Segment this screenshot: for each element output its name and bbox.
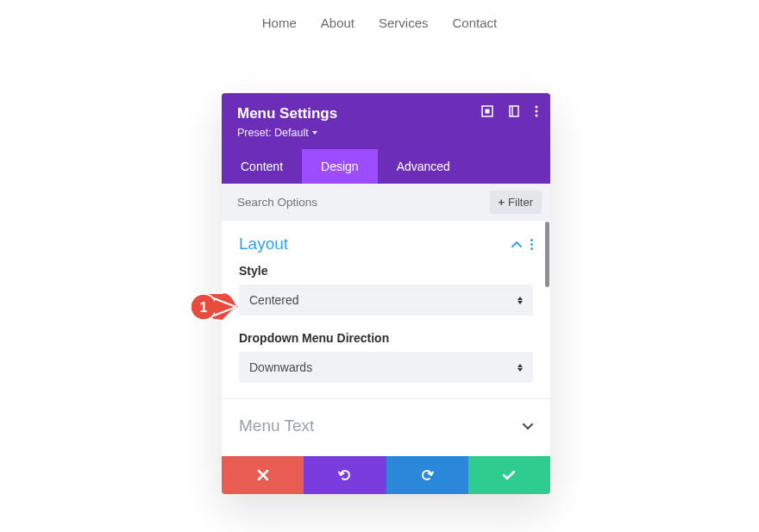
- svg-rect-1: [486, 110, 490, 114]
- panel-body: Layout Style Centered Dropdown Menu Dire…: [222, 221, 550, 456]
- preset-dropdown[interactable]: Preset: Default: [237, 127, 535, 139]
- action-bar: [222, 456, 550, 494]
- tab-content[interactable]: Content: [222, 149, 302, 184]
- menu-text-title: Menu Text: [239, 416, 314, 435]
- tab-advanced[interactable]: Advanced: [378, 149, 469, 184]
- preset-label: Preset: Default: [237, 127, 309, 139]
- tab-design[interactable]: Design: [302, 149, 378, 184]
- chevron-down-icon: [523, 418, 533, 434]
- tabs: Content Design Advanced: [222, 149, 550, 184]
- save-button[interactable]: [468, 456, 550, 494]
- layout-section: Layout Style Centered Dropdown Menu Dire…: [222, 221, 550, 398]
- svg-point-7: [191, 294, 216, 320]
- nav-about[interactable]: About: [321, 16, 354, 30]
- search-input[interactable]: [230, 192, 490, 212]
- search-row: + Filter: [222, 184, 550, 221]
- undo-icon: [338, 468, 352, 482]
- direction-label: Dropdown Menu Direction: [239, 331, 533, 345]
- expand-icon[interactable]: [481, 105, 493, 117]
- layout-header[interactable]: Layout: [239, 235, 533, 253]
- direction-select[interactable]: Downwards: [239, 352, 533, 383]
- panel-header: Menu Settings Preset: Default: [222, 93, 550, 149]
- layout-controls: [511, 236, 533, 252]
- svg-point-5: [536, 110, 538, 113]
- undo-button[interactable]: [304, 456, 386, 494]
- nav-services[interactable]: Services: [379, 16, 429, 30]
- settings-panel: Menu Settings Preset: Default Content De…: [222, 93, 550, 494]
- style-select[interactable]: Centered: [239, 285, 533, 316]
- filter-button[interactable]: + Filter: [490, 191, 542, 214]
- plus-icon: +: [499, 196, 505, 209]
- nav-contact[interactable]: Contact: [453, 16, 498, 30]
- close-icon: [257, 469, 269, 481]
- header-icons: [481, 105, 538, 117]
- svg-point-8: [191, 295, 216, 319]
- menu-text-section[interactable]: Menu Text: [222, 399, 550, 456]
- nav-home[interactable]: Home: [262, 16, 297, 30]
- select-sort-icon: [518, 297, 523, 304]
- section-more-icon[interactable]: [530, 239, 533, 250]
- responsive-icon[interactable]: [509, 105, 519, 117]
- redo-button[interactable]: [386, 456, 468, 494]
- check-icon: [502, 470, 516, 480]
- redo-icon: [420, 468, 434, 482]
- more-icon[interactable]: [535, 105, 538, 117]
- cancel-button[interactable]: [222, 456, 304, 494]
- scrollbar[interactable]: [545, 222, 549, 287]
- direction-value: Downwards: [249, 360, 312, 374]
- select-sort-icon: [518, 364, 523, 372]
- filter-label: Filter: [508, 196, 533, 209]
- site-nav: Home About Services Contact: [0, 0, 759, 39]
- style-label: Style: [239, 264, 533, 278]
- svg-rect-2: [510, 106, 518, 116]
- callout-number: 1: [200, 300, 208, 315]
- caret-down-icon: [312, 131, 317, 135]
- svg-point-6: [536, 115, 538, 117]
- style-value: Centered: [249, 293, 299, 307]
- layout-title: Layout: [239, 235, 288, 253]
- chevron-up-icon[interactable]: [511, 236, 522, 252]
- svg-point-4: [536, 106, 538, 109]
